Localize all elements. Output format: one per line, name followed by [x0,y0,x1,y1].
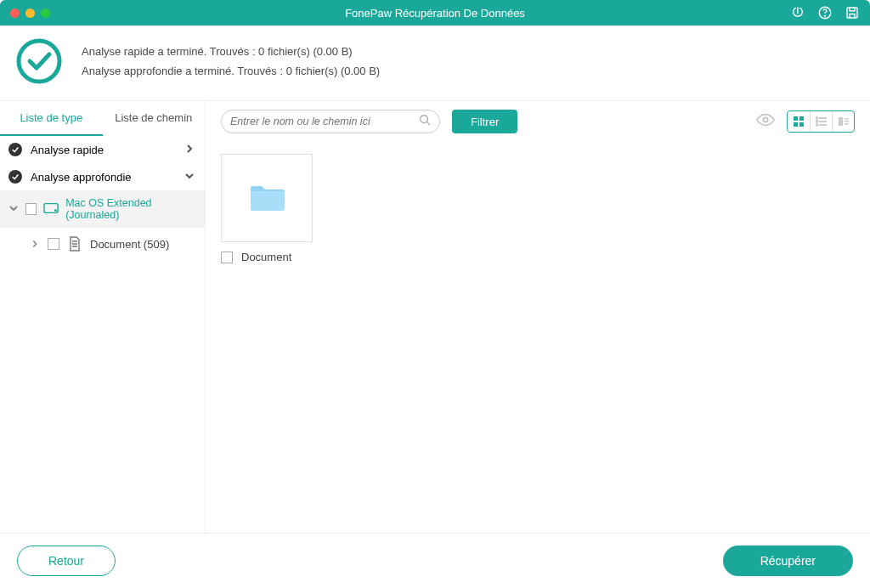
tab-path-list[interactable]: Liste de chemin [103,101,206,136]
detail-view-button[interactable] [832,111,854,132]
document-label: Document (509) [90,238,169,251]
tree-deep-scan[interactable]: Analyse approfondie [0,163,205,190]
complete-check-icon [15,37,63,85]
document-icon [68,236,82,252]
sidebar: Liste de type Liste de chemin Analyse ra… [0,101,206,533]
search-box[interactable] [221,110,440,133]
svg-point-14 [816,124,817,126]
tree-label: Analyse rapide [31,144,176,156]
svg-rect-15 [839,117,843,126]
drive-label: Mac OS Extended (Journaled) [65,197,198,221]
svg-rect-2 [847,8,857,18]
content-area: Filtrer [206,101,870,533]
svg-rect-17 [845,121,849,122]
document-checkbox[interactable] [48,238,59,250]
minimize-window-button[interactable] [25,8,35,18]
tree-label: Analyse approfondie [31,171,176,184]
recover-button[interactable]: Récupérer [723,546,853,576]
app-title: FonePaw Récupération De Données [345,7,525,20]
toolbar: Filtrer [206,101,870,142]
tree-document[interactable]: Document (509) [0,228,205,260]
status-line-deep: Analyse approfondie a terminé. Trouvés :… [82,65,380,77]
file-checkbox[interactable] [221,252,233,263]
sidebar-tabs: Liste de type Liste de chemin [0,101,205,136]
svg-point-7 [763,117,768,122]
svg-rect-19 [251,191,285,211]
svg-point-5 [55,209,56,210]
save-icon[interactable] [845,5,860,20]
help-icon[interactable] [817,5,833,20]
titlebar-actions [790,5,860,20]
back-button[interactable]: Retour [17,546,116,576]
tree-drive[interactable]: Mac OS Extended (Journaled) [0,190,205,228]
svg-rect-10 [794,122,798,127]
share-icon[interactable] [790,5,805,20]
svg-rect-18 [845,123,849,125]
check-icon [8,143,22,156]
footer: Retour Récupérer [0,533,870,588]
chevron-right-icon [31,238,39,251]
titlebar: FonePaw Récupération De Données [0,0,870,25]
chevron-right-icon [184,144,196,156]
svg-point-1 [825,15,826,16]
svg-rect-9 [799,116,804,121]
status-panel: Analyse rapide a terminé. Trouvés : 0 fi… [0,25,870,101]
maximize-window-button[interactable] [41,8,50,18]
svg-rect-16 [845,118,849,120]
window-controls [10,8,50,18]
svg-point-13 [816,121,817,122]
tab-type-list[interactable]: Liste de type [0,101,103,136]
check-icon [8,170,22,184]
tree: Analyse rapide Analyse approfondie [0,136,205,260]
file-grid: Document [206,142,870,533]
chevron-down-icon [184,171,196,184]
status-line-quick: Analyse rapide a terminé. Trouvés : 0 fi… [82,45,380,58]
preview-icon[interactable] [756,113,775,130]
file-item[interactable]: Document [221,154,313,263]
chevron-down-icon [8,203,19,216]
search-icon[interactable] [419,114,431,129]
svg-rect-11 [799,122,804,127]
list-view-button[interactable] [810,111,832,132]
svg-point-6 [421,116,428,123]
svg-point-3 [19,41,59,82]
search-input[interactable] [230,116,419,127]
folder-icon [221,154,313,242]
filter-button[interactable]: Filtrer [452,110,517,133]
svg-rect-8 [794,116,798,121]
svg-point-12 [816,117,817,119]
tree-quick-scan[interactable]: Analyse rapide [0,136,205,163]
drive-checkbox[interactable] [25,203,37,215]
grid-view-button[interactable] [788,111,810,132]
drive-icon [43,202,59,217]
close-window-button[interactable] [10,8,20,18]
view-toggles [756,110,855,133]
file-label: Document [241,251,291,263]
